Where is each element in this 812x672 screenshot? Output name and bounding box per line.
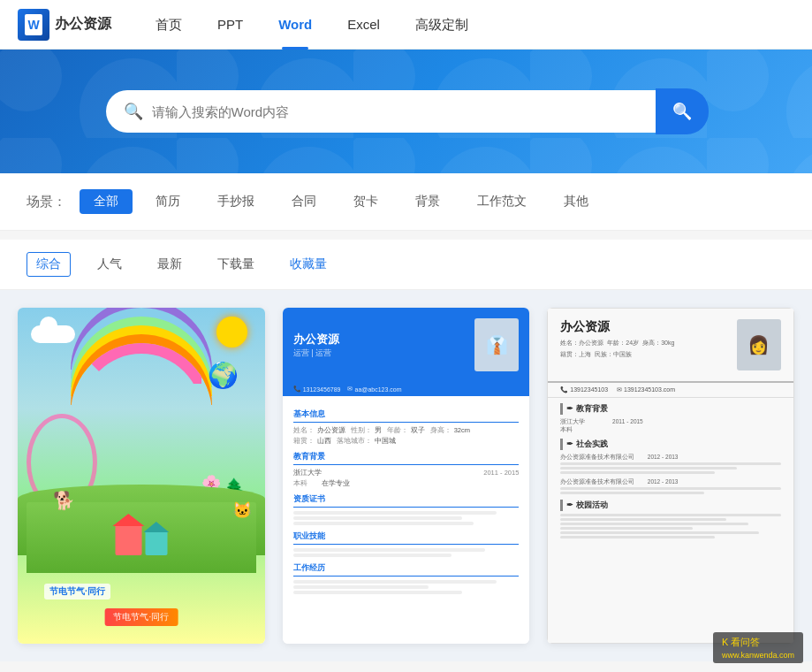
card3-school-line5 [560, 531, 759, 534]
card-1-image: 🌍 🧒 🌲 🌸 🐕 🐱 [18, 308, 265, 644]
card3-photo: 👩 [737, 319, 781, 370]
watermark: K 看问答 www.kanwenda.com [713, 632, 803, 661]
filter-tag-bg[interactable]: 背景 [401, 189, 454, 214]
card2-cert-line3 [293, 522, 474, 525]
globe-icon: 🌍 [208, 361, 239, 390]
card2-position: 运营 | 运营 [293, 347, 339, 359]
cloud-icon [31, 325, 75, 343]
card3-company: 办公资源 [560, 319, 728, 335]
rainbow-icon [71, 343, 212, 414]
card3-school-section: ✒ 校园活动 [560, 500, 781, 538]
filter-tag-other[interactable]: 其他 [550, 189, 603, 214]
sun-icon [216, 317, 247, 347]
card-2[interactable]: 办公资源 运营 | 运营 👔 📞 13123456789 ✉ aa@abc123… [283, 308, 530, 644]
card2-cert-line1 [293, 511, 497, 515]
header: 办公资源 首页 PPT Word Excel 高级定制 [0, 0, 812, 50]
card2-email: ✉ aa@abc123.com [347, 386, 401, 393]
card2-phone: 📞 13123456789 [293, 386, 341, 393]
hero-section: 🔍 [0, 50, 812, 173]
card2-height-item: 身高：32cm [430, 426, 470, 435]
filter-tag-card[interactable]: 贺卡 [339, 189, 392, 214]
card3-edu-title: ✒ 教育背景 [560, 403, 781, 415]
card3-body: ✒ 教育背景 浙江大学 2011 - 2015 本科 ✒ 社会实践 办公资源准备… [548, 398, 793, 643]
word-badge: 节电节气·同行 [44, 584, 110, 599]
card2-edu-row: 浙江大学2011 - 2015 [293, 469, 520, 477]
nav-item-word[interactable]: Word [261, 0, 330, 50]
sort-btn-popular[interactable]: 人气 [88, 253, 131, 276]
search-bar: 🔍 [106, 90, 707, 133]
card2-body: 基本信息 姓名：办公资源 性别：男 年龄：双子 身高：32cm 籍贯：山西 落地… [283, 396, 530, 644]
nav-item-home[interactable]: 首页 [138, 0, 200, 50]
card3-school-line6 [560, 536, 715, 538]
search-button[interactable] [656, 88, 709, 134]
card3-school-line1 [560, 514, 781, 516]
card3-social-title: ✒ 社会实践 [560, 439, 781, 450]
card3-social-section: ✒ 社会实践 办公资源准备技术有限公司 2012 - 2013 办公资源准备技术… [560, 439, 781, 494]
search-input[interactable] [152, 104, 689, 119]
filter-label: 场景： [27, 194, 66, 210]
card2-work-line2 [293, 585, 429, 589]
word-label: 节电节气·同行 [49, 586, 105, 596]
nav: 首页 PPT Word Excel 高级定制 [138, 0, 794, 50]
card3-edu-degree: 本科 [560, 425, 781, 433]
card2-work-title: 工作经历 [293, 562, 520, 577]
dog-icon: 🐕 [53, 490, 75, 511]
card2-name-item: 姓名：办公资源 [293, 426, 345, 435]
filter-tag-poster[interactable]: 手抄报 [203, 189, 269, 214]
card2-skill-line1 [293, 548, 485, 552]
nav-item-ppt[interactable]: PPT [200, 0, 261, 50]
card3-social-row1: 办公资源准备技术有限公司 2012 - 2013 [560, 453, 781, 461]
watermark-logo: K [722, 637, 728, 647]
card3-edu-section: ✒ 教育背景 浙江大学 2011 - 2015 本科 [560, 403, 781, 433]
card3-social-line5 [560, 492, 703, 494]
search-icon: 🔍 [124, 102, 143, 121]
card-2-image: 办公资源 运营 | 运营 👔 📞 13123456789 ✉ aa@abc123… [283, 308, 530, 644]
card2-work-line1 [293, 580, 497, 584]
content-area: 🌍 🧒 🌲 🌸 🐕 🐱 [0, 290, 812, 661]
card3-school-line2 [560, 518, 725, 521]
card3-detail2: 籍贯：上海 民族：中国族 [560, 350, 728, 359]
card2-work-line3 [293, 591, 463, 594]
card2-gender-item: 性别：男 [351, 426, 382, 435]
card2-edu-title: 教育背景 [293, 451, 520, 465]
card3-school-title: ✒ 校园活动 [560, 500, 781, 511]
card2-basic-title: 基本信息 [293, 409, 520, 423]
card2-skill-title: 职业技能 [293, 531, 520, 545]
card2-place-item: 落地城市：中国城 [337, 437, 396, 446]
card2-photo: 👔 [474, 318, 519, 371]
filter-tag-contract[interactable]: 合同 [277, 189, 330, 214]
filter-tag-all[interactable]: 全部 [80, 189, 133, 214]
sort-btn-newest[interactable]: 最新 [148, 253, 191, 276]
logo-icon [18, 9, 49, 41]
card2-cert-title: 资质证书 [293, 493, 520, 508]
card2-basic-row2: 籍贯：山西 落地城市：中国城 [293, 437, 520, 446]
cat-icon: 🐱 [232, 500, 252, 520]
card-1[interactable]: 🌍 🧒 🌲 🌸 🐕 🐱 [18, 308, 265, 644]
sort-area: 综合 人气 最新 下载量 收藏量 [0, 240, 812, 290]
filter-tag-resume[interactable]: 简历 [141, 189, 194, 214]
card3-social-row2: 办公资源准备技术有限公司 2012 - 2013 [560, 477, 781, 485]
card3-edu-school: 浙江大学 2011 - 2015 [560, 417, 781, 425]
logo[interactable]: 办公资源 [18, 9, 111, 41]
card3-social-line1 [560, 462, 781, 465]
card3-social-line3 [560, 471, 715, 474]
card1-background: 🌍 🧒 🌲 🌸 🐕 🐱 [18, 308, 265, 644]
sort-btn-favorites[interactable]: 收藏量 [281, 253, 336, 276]
card-3[interactable]: 办公资源 姓名：办公资源 年龄：24岁 身高：30kg 籍贯：上海 民族：中国族 [547, 308, 794, 644]
nav-item-excel[interactable]: Excel [330, 0, 398, 50]
watermark-url: www.kanwenda.com [722, 651, 794, 660]
filter-row: 场景： 全部 简历 手抄报 合同 贺卡 背景 工作范文 其他 [27, 189, 785, 214]
sort-btn-composite[interactable]: 综合 [27, 252, 71, 277]
card3-social-line4 [560, 487, 781, 490]
card3-detail: 姓名：办公资源 年龄：24岁 身高：30kg [560, 339, 728, 347]
card3-background: 办公资源 姓名：办公资源 年龄：24岁 身高：30kg 籍贯：上海 民族：中国族 [547, 308, 794, 644]
nav-item-custom[interactable]: 高级定制 [398, 0, 486, 50]
card2-contact: 📞 13123456789 ✉ aa@abc123.com [283, 382, 530, 396]
filter-tag-work[interactable]: 工作范文 [463, 189, 541, 214]
card2-location-item: 籍贯：山西 [293, 437, 331, 446]
logo-text: 办公资源 [55, 15, 111, 34]
card1-label: 节电节气·同行 [104, 608, 178, 626]
sort-btn-downloads[interactable]: 下载量 [209, 253, 263, 276]
card3-header: 办公资源 姓名：办公资源 年龄：24岁 身高：30kg 籍贯：上海 民族：中国族 [548, 309, 793, 383]
card2-basic-row1: 姓名：办公资源 性别：男 年龄：双子 身高：32cm [293, 426, 520, 435]
